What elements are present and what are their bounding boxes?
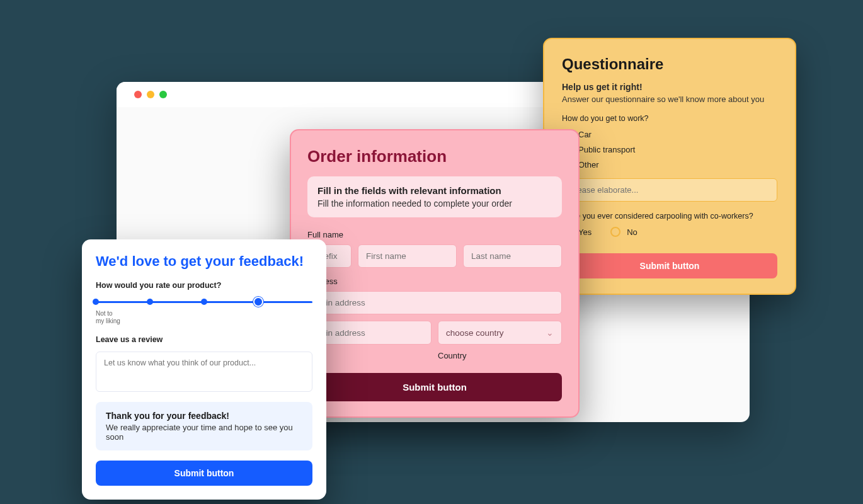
radio-label: No — [627, 227, 637, 237]
questionnaire-submit-button[interactable]: Submit button — [562, 253, 777, 278]
feedback-submit-button[interactable]: Submit button — [96, 461, 312, 486]
address-label: Address — [307, 277, 562, 286]
firstname-input[interactable] — [358, 244, 457, 268]
radio-label: Car — [578, 130, 592, 139]
radio-icon — [610, 227, 620, 237]
questionnaire-card: Questionnaire Help us get it right! Answ… — [543, 38, 796, 295]
minimize-icon[interactable] — [147, 91, 154, 98]
review-textarea[interactable] — [96, 352, 312, 392]
order-card: Order information Fill in the fields wit… — [290, 129, 580, 418]
order-info-box: Fill in the fields with relevant informa… — [307, 176, 562, 217]
review-label: Leave us a review — [96, 335, 312, 344]
rating-slider[interactable] — [96, 297, 312, 306]
rate-label: How would you rate our product? — [96, 281, 312, 290]
order-submit-button[interactable]: Submit button — [307, 373, 562, 401]
order-info-title: Fill in the fields with relevant informa… — [317, 185, 552, 196]
q2-label: Have you ever considered carpooling with… — [562, 212, 777, 220]
order-info-subtitle: Fill the information needed to complete … — [317, 198, 552, 209]
slider-min-label: Not to my liking — [96, 310, 312, 325]
radio-label: Yes — [578, 227, 592, 237]
radio-label: Other — [578, 160, 599, 169]
q1-option-public[interactable]: Public transport — [562, 144, 777, 154]
zoom-icon[interactable] — [159, 91, 167, 98]
fullname-label: Full name — [307, 230, 562, 239]
questionnaire-subtext: Answer our questionnaire so we'll know m… — [562, 94, 777, 104]
slider-tick — [201, 299, 207, 305]
country-select[interactable]: choose country ⌄ — [438, 321, 562, 345]
country-sublabel: Country — [438, 351, 562, 360]
thanks-title: Thank you for your feedback! — [106, 411, 302, 421]
thanks-box: Thank you for your feedback! We really a… — [96, 402, 312, 450]
slider-thumb[interactable] — [253, 297, 263, 307]
close-icon[interactable] — [134, 91, 142, 98]
elaborate-input[interactable] — [562, 178, 777, 202]
feedback-title: We'd love to get your feedback! — [96, 253, 312, 270]
q1-option-other[interactable]: Other — [562, 159, 777, 169]
slider-tick — [147, 299, 153, 305]
q2-option-no[interactable]: No — [610, 227, 637, 237]
q1-label: How do you get to work? — [562, 114, 777, 123]
thanks-subtitle: We really appreciate your time and hope … — [106, 423, 302, 442]
feedback-card: We'd love to get your feedback! How woul… — [82, 239, 326, 500]
questionnaire-subheading: Help us get it right! — [562, 82, 777, 92]
lastname-input[interactable] — [463, 244, 562, 268]
chevron-down-icon: ⌄ — [546, 328, 554, 338]
radio-label: Public transport — [578, 145, 635, 154]
address-line1-input[interactable] — [307, 291, 562, 314]
q1-option-car[interactable]: Car — [562, 129, 777, 139]
order-title: Order information — [307, 147, 562, 166]
questionnaire-title: Questionnaire — [562, 55, 777, 73]
slider-tick — [93, 299, 99, 305]
country-select-value: choose country — [446, 328, 504, 338]
